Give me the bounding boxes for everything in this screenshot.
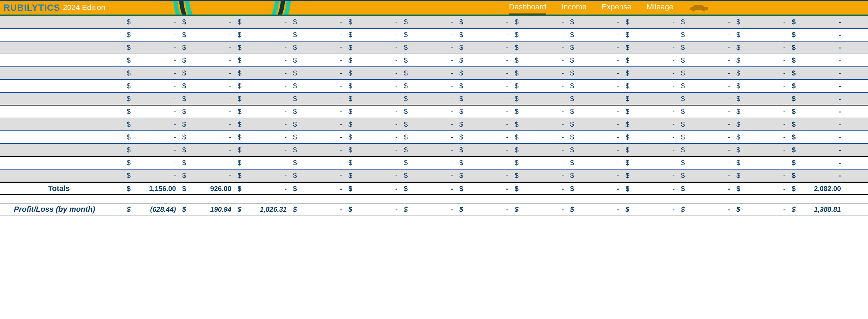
cell-value: - [685,82,730,90]
cell-value: - [297,172,342,180]
cell-value: - [740,146,786,154]
cell-value: - [685,95,730,103]
cell-value: - [352,172,398,180]
currency-symbol: $ [681,44,685,52]
currency-symbol: $ [238,206,241,213]
data-cell: $- [734,56,790,64]
currency-symbol: $ [736,18,740,26]
currency-symbol: $ [238,82,241,90]
data-cell: $- [346,133,402,141]
cell-value: - [408,206,453,213]
currency-symbol: $ [515,18,519,26]
nav-mileage[interactable]: Mileage [647,2,673,13]
cell-value: - [352,120,398,128]
data-cell: $- [457,95,513,103]
currency-symbol: $ [459,206,463,213]
table-row: $-$-$-$-$-$-$-$-$-$-$-$-$- [0,16,868,29]
cell-value: - [574,206,619,213]
nav-bar: Dashboard Income Expense Mileage [509,1,709,15]
nav-dashboard[interactable]: Dashboard [509,2,547,13]
cell-value: - [629,31,675,39]
data-cell: $- [679,120,734,128]
data-cell: $1,156.00 [125,185,180,193]
currency-symbol: $ [293,44,297,52]
currency-symbol: $ [459,146,463,154]
data-cell: $- [402,44,457,52]
data-cell: $- [457,82,513,90]
cell-value: 1,388.81 [796,206,841,213]
cell-value: - [796,18,841,26]
currency-symbol: $ [626,133,629,141]
cell-value: - [297,69,342,77]
currency-symbol: $ [127,108,131,116]
currency-symbol: $ [238,18,241,26]
data-cell: $- [623,18,679,26]
currency-symbol: $ [515,82,519,90]
currency-symbol: $ [293,95,297,103]
cell-value: - [796,133,841,141]
data-cell: $- [180,133,236,141]
cell-value: - [574,133,619,141]
data-cell: $- [402,146,457,154]
currency-symbol: $ [348,108,352,116]
cell-value: - [685,31,730,39]
data-cell: $- [291,185,346,193]
data-cell: $- [125,120,180,128]
currency-symbol: $ [127,69,131,77]
currency-symbol: $ [293,56,297,64]
cell-value: - [796,146,841,154]
data-cell: $2,082.00 [790,185,845,193]
decorative-arc-icon [173,0,291,16]
currency-symbol: $ [238,108,241,116]
currency-symbol: $ [182,44,186,52]
cell-value: - [796,120,841,128]
currency-symbol: $ [404,56,408,64]
currency-symbol: $ [570,172,574,180]
cell-value: - [131,18,176,26]
data-cell: $- [236,18,291,26]
currency-symbol: $ [626,44,629,52]
cell-value: - [241,82,287,90]
data-cell: $- [291,18,346,26]
cell-value: - [740,31,786,39]
currency-symbol: $ [626,159,629,167]
currency-symbol: $ [681,18,685,26]
currency-symbol: $ [681,82,685,90]
table-row: Profit/Loss (by month)$(628.44)$190.94$1… [0,203,868,216]
cell-value: - [796,56,841,64]
data-cell: $- [568,69,623,77]
currency-symbol: $ [681,95,685,103]
data-cell: $- [734,146,790,154]
nav-income[interactable]: Income [561,2,586,13]
cell-value: - [685,44,730,52]
currency-symbol: $ [792,159,796,167]
data-cell: $- [568,82,623,90]
cell-value: - [186,108,231,116]
currency-symbol: $ [626,95,629,103]
currency-symbol: $ [127,120,131,128]
cell-value: - [463,95,508,103]
data-cell: $- [734,18,790,26]
currency-symbol: $ [127,56,131,64]
car-icon [689,3,709,12]
cell-value: - [186,69,231,77]
cell-value: - [241,56,287,64]
currency-symbol: $ [293,69,297,77]
data-cell: $- [734,133,790,141]
currency-symbol: $ [348,82,352,90]
nav-expense[interactable]: Expense [602,2,631,13]
cell-value: - [131,31,176,39]
currency-symbol: $ [626,56,629,64]
currency-symbol: $ [570,44,574,52]
data-cell: $- [291,159,346,167]
cell-value: - [463,69,508,77]
data-cell: $- [291,44,346,52]
data-cell: $- [623,95,679,103]
currency-symbol: $ [182,69,186,77]
data-cell: $- [457,56,513,64]
data-cell: $- [457,185,513,193]
currency-symbol: $ [182,108,186,116]
cell-value: - [463,146,508,154]
cell-value: - [131,120,176,128]
cell-value: - [408,95,453,103]
